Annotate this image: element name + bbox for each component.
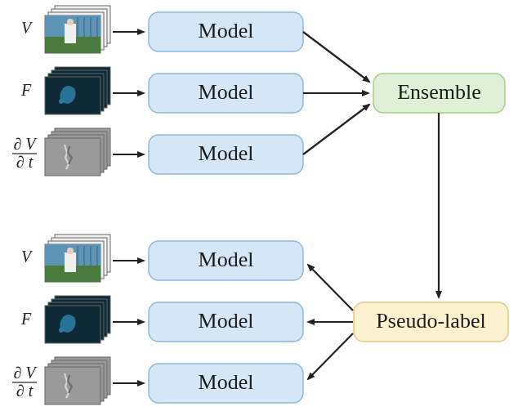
- input-tg-top: [45, 128, 110, 176]
- input-label-tg-top: ∂ V ∂ t: [12, 135, 38, 171]
- model-label: Model: [199, 248, 254, 271]
- model-box-bottom-1: Model: [149, 241, 303, 280]
- input-video-top: [45, 6, 110, 53]
- input-label-tg-bottom: ∂ V ∂ t: [12, 364, 38, 400]
- model-label: Model: [199, 19, 254, 42]
- model-label: Model: [199, 80, 254, 104]
- model-box-top-2: Model: [149, 74, 303, 113]
- input-label-flow: F: [20, 81, 32, 99]
- input-label-video: V: [21, 19, 33, 37]
- model-box-bottom-3: Model: [149, 364, 303, 403]
- arrow-model-to-ensemble: [303, 32, 369, 82]
- model-label: Model: [199, 141, 254, 165]
- model-box-bottom-2: Model: [149, 302, 303, 342]
- input-label-flow: F: [20, 310, 32, 328]
- input-tg-bottom: [45, 357, 110, 404]
- model-box-top-3: Model: [149, 135, 303, 174]
- arrow-pseudo-to-model: [308, 265, 353, 311]
- svg-text:∂ V: ∂ V: [13, 364, 38, 382]
- ensemble-box: Ensemble: [373, 74, 505, 113]
- svg-text:∂ t: ∂ t: [16, 153, 33, 171]
- arrow-model-to-ensemble: [303, 105, 369, 154]
- model-box-top-1: Model: [149, 12, 303, 51]
- input-flow-bottom: [45, 296, 110, 343]
- ensemble-label: Ensemble: [397, 80, 481, 104]
- model-label: Model: [199, 309, 254, 333]
- input-video-bottom: [45, 235, 110, 282]
- svg-text:∂ t: ∂ t: [16, 382, 33, 400]
- svg-text:∂ V: ∂ V: [13, 135, 38, 153]
- pseudo-label-text: Pseudo-label: [376, 309, 485, 333]
- model-label: Model: [199, 370, 254, 394]
- pseudo-label-box: Pseudo-label: [354, 302, 508, 342]
- arrow-pseudo-to-model: [308, 333, 353, 379]
- input-label-video: V: [21, 248, 33, 266]
- input-flow-top: [45, 67, 110, 114]
